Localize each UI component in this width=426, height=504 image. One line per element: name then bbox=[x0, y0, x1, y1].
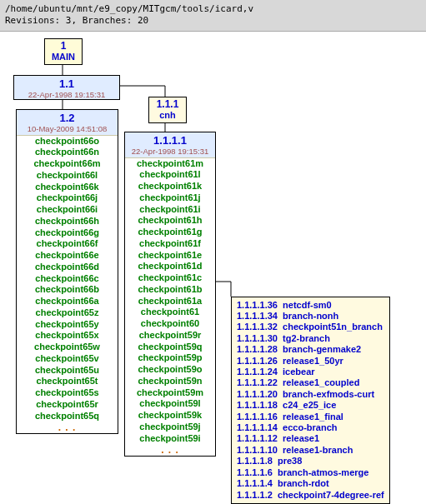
branch-row[interactable]: 1.1.1.1.2 checkpoint7-4degree-ref bbox=[237, 490, 384, 501]
tag-label[interactable]: checkpoint66a bbox=[20, 296, 114, 307]
branch-row[interactable]: 1.1.1.1.26 release1_50yr bbox=[237, 356, 384, 367]
branch-row[interactable]: 1.1.1.1.22 release1_coupled bbox=[237, 377, 384, 388]
branch-label: c24_e25_ice bbox=[283, 400, 336, 410]
branch-label: release1_coupled bbox=[283, 377, 359, 387]
branch-list[interactable]: 1.1.1.1.36 netcdf-sm01.1.1.1.34 branch-n… bbox=[231, 297, 390, 504]
branch-row[interactable]: 1.1.1.1.30 tg2-branch bbox=[237, 333, 384, 344]
branch-row[interactable]: 1.1.1.1.12 release1 bbox=[237, 433, 384, 444]
tag-label[interactable]: checkpoint61l bbox=[128, 169, 212, 181]
node-rev-1-2[interactable]: 1.2 10-May-2009 14:51:08 checkpoint66och… bbox=[16, 109, 118, 435]
branch-row[interactable]: 1.1.1.1.24 icebear bbox=[237, 367, 384, 377]
branch-number: 1.1.1.1.8 bbox=[237, 456, 273, 466]
branch-row[interactable]: 1.1.1.1.34 branch-nonh bbox=[237, 311, 384, 322]
tag-label[interactable]: checkpoint65z bbox=[20, 307, 114, 319]
tag-label[interactable]: checkpoint61k bbox=[128, 181, 212, 192]
tag-label[interactable]: checkpoint65u bbox=[20, 365, 114, 377]
branch-row[interactable]: 1.1.1.1.14 ecco-branch bbox=[237, 422, 384, 433]
tag-label[interactable]: checkpoint61h bbox=[128, 215, 212, 227]
branch-row[interactable]: 1.1.1.1.18 c24_e25_ice bbox=[237, 400, 384, 411]
tag-label[interactable]: checkpoint65x bbox=[20, 330, 114, 342]
tag-label[interactable]: checkpoint65v bbox=[20, 353, 114, 365]
branch-row[interactable]: 1.1.1.1.8 pre38 bbox=[237, 456, 384, 467]
tag-label[interactable]: checkpoint59r bbox=[128, 330, 212, 342]
tag-label[interactable]: checkpoint59l bbox=[128, 398, 212, 410]
node-rev-1-1-1-1[interactable]: 1.1.1.1 22-Apr-1998 19:15:31 checkpoint6… bbox=[124, 132, 216, 457]
branch-number: 1.1.1.1.12 bbox=[237, 433, 278, 443]
more-indicator[interactable]: . . . bbox=[20, 422, 114, 433]
branch-label: branch-atmos-merge bbox=[278, 467, 368, 477]
tag-label[interactable]: checkpoint59q bbox=[128, 342, 212, 353]
branch-number: 1.1.1.1.36 bbox=[237, 300, 278, 310]
tag-label[interactable]: checkpoint66f bbox=[20, 238, 114, 250]
branch-label: tg2-branch bbox=[283, 333, 330, 343]
tag-label[interactable]: checkpoint66o bbox=[20, 136, 114, 147]
branch-row[interactable]: 1.1.1.1.16 release1_final bbox=[237, 412, 384, 422]
tag-label[interactable]: checkpoint61m bbox=[128, 158, 212, 170]
tag-label[interactable]: checkpoint66j bbox=[20, 192, 114, 204]
tag-label[interactable]: checkpoint65w bbox=[20, 342, 114, 353]
tag-label[interactable]: checkpoint65t bbox=[20, 376, 114, 387]
branch-row[interactable]: 1.1.1.1.28 branch-genmake2 bbox=[237, 344, 384, 355]
branch-row[interactable]: 1.1.1.1.10 release1-branch bbox=[237, 445, 384, 456]
branch-number: 1.1.1.1.18 bbox=[237, 400, 278, 410]
tag-label[interactable]: checkpoint66d bbox=[20, 262, 114, 273]
tag-label[interactable]: checkpoint59n bbox=[128, 376, 212, 387]
tag-label[interactable]: checkpoint59o bbox=[128, 364, 212, 376]
tag-label[interactable]: checkpoint59p bbox=[128, 352, 212, 364]
tag-label[interactable]: checkpoint66h bbox=[20, 216, 114, 227]
tag-label[interactable]: checkpoint61j bbox=[128, 192, 212, 204]
more-indicator[interactable]: . . . bbox=[128, 444, 212, 456]
branch-number: 1.1.1.1.34 bbox=[237, 311, 278, 321]
tag-label[interactable]: checkpoint61d bbox=[128, 261, 212, 272]
branch-row[interactable]: 1.1.1.1.4 branch-rdot bbox=[237, 478, 384, 489]
tag-label[interactable]: checkpoint65y bbox=[20, 319, 114, 331]
tag-label[interactable]: checkpoint61i bbox=[128, 204, 212, 216]
branch-label: netcdf-sm0 bbox=[283, 300, 332, 310]
tag-label[interactable]: checkpoint61b bbox=[128, 284, 212, 296]
tag-label[interactable]: checkpoint59k bbox=[128, 410, 212, 422]
branch-number: 1.1.1.1.2 bbox=[237, 490, 273, 500]
branch-row[interactable]: 1.1.1.1.32 checkpoint51n_branch bbox=[237, 322, 384, 332]
branch-number: 1.1.1 bbox=[154, 99, 181, 111]
branch-number: 1.1.1.1.28 bbox=[237, 344, 278, 354]
tag-label[interactable]: checkpoint66e bbox=[20, 250, 114, 262]
file-path: /home/ubuntu/mnt/e9_copy/MITgcm/tools/ic… bbox=[5, 3, 421, 15]
branch-number: 1.1.1.1.22 bbox=[237, 377, 278, 387]
tag-label[interactable]: checkpoint66b bbox=[20, 284, 114, 296]
tag-label[interactable]: checkpoint59m bbox=[128, 387, 212, 399]
branch-label: release1_50yr bbox=[283, 356, 343, 366]
tag-label[interactable]: checkpoint60 bbox=[128, 318, 212, 330]
branch-label: release1 bbox=[283, 433, 319, 443]
tag-label[interactable]: checkpoint61g bbox=[128, 227, 212, 238]
branch-row[interactable]: 1.1.1.1.20 branch-exfmods-curt bbox=[237, 389, 384, 400]
tag-label[interactable]: checkpoint65r bbox=[20, 399, 114, 411]
node-main[interactable]: 1 MAIN bbox=[44, 38, 83, 65]
tag-label[interactable]: checkpoint66n bbox=[20, 147, 114, 158]
branch-row[interactable]: 1.1.1.1.36 netcdf-sm0 bbox=[237, 300, 384, 311]
branch-label: checkpoint7-4degree-ref bbox=[278, 490, 384, 500]
tag-label[interactable]: checkpoint66i bbox=[20, 204, 114, 216]
tag-label[interactable]: checkpoint66g bbox=[20, 227, 114, 239]
tag-label[interactable]: checkpoint66c bbox=[20, 273, 114, 285]
tag-label[interactable]: checkpoint65q bbox=[20, 411, 114, 422]
tag-label[interactable]: checkpoint65s bbox=[20, 387, 114, 399]
node-main-number: 1 bbox=[45, 41, 82, 52]
tag-label[interactable]: checkpoint61f bbox=[128, 238, 212, 250]
tag-label[interactable]: checkpoint61c bbox=[128, 272, 212, 284]
rev-number: 1.1 bbox=[18, 77, 116, 90]
node-rev-1-1[interactable]: 1.1 22-Apr-1998 19:15:31 bbox=[13, 75, 120, 101]
tag-label[interactable]: checkpoint66m bbox=[20, 158, 114, 170]
branch-label: branch-genmake2 bbox=[283, 344, 361, 354]
tag-label[interactable]: checkpoint59j bbox=[128, 422, 212, 433]
tag-label[interactable]: checkpoint66l bbox=[20, 170, 114, 182]
tag-label[interactable]: checkpoint61 bbox=[128, 307, 212, 318]
tag-label[interactable]: checkpoint61e bbox=[128, 250, 212, 262]
rev-date: 10-May-2009 14:51:08 bbox=[17, 124, 118, 136]
tag-label[interactable]: checkpoint61a bbox=[128, 296, 212, 307]
rev-number: 1.1.1.1 bbox=[125, 132, 215, 147]
branch-row[interactable]: 1.1.1.1.6 branch-atmos-merge bbox=[237, 467, 384, 478]
tag-label[interactable]: checkpoint66k bbox=[20, 182, 114, 193]
tag-label[interactable]: checkpoint59i bbox=[128, 433, 212, 445]
rev-number: 1.2 bbox=[17, 110, 118, 124]
node-branch-1-1-1[interactable]: 1.1.1 cnh bbox=[148, 97, 187, 123]
